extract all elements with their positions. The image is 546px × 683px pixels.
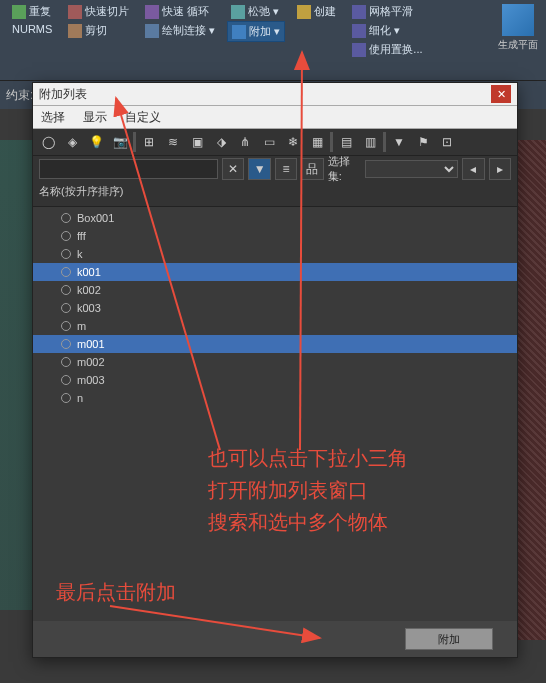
- filter-hidden-icon[interactable]: ▦: [306, 131, 328, 153]
- attach-list-dialog: 附加列表 ✕ 选择 显示 自定义 ◯ ◈ 💡 📷 ⊞ ≋ ▣ ⬗ ⋔ ▭ ❄ ▦…: [32, 82, 518, 658]
- item-name: m001: [77, 338, 105, 350]
- list-item[interactable]: n: [33, 389, 517, 407]
- separator: [330, 132, 333, 152]
- selection-set-dropdown[interactable]: [365, 160, 458, 178]
- list-item[interactable]: k: [33, 245, 517, 263]
- search-filter-button[interactable]: ▼: [248, 158, 270, 180]
- dialog-toolbar: ◯ ◈ 💡 📷 ⊞ ≋ ▣ ⬗ ⋔ ▭ ❄ ▦ ▤ ▥ ▼ ⚑ ⊡: [33, 129, 517, 156]
- filter-frozen-icon[interactable]: ❄: [282, 131, 304, 153]
- selection-next-button[interactable]: ▸: [489, 158, 511, 180]
- separator: [383, 132, 386, 152]
- item-name: k002: [77, 284, 101, 296]
- dialog-title: 附加列表: [39, 86, 87, 103]
- radio-icon: [61, 213, 71, 223]
- filter-space-icon[interactable]: ≋: [162, 131, 184, 153]
- radio-icon: [61, 267, 71, 277]
- expand-icon[interactable]: ⊡: [436, 131, 458, 153]
- radio-icon: [61, 339, 71, 349]
- radio-icon: [61, 393, 71, 403]
- quick-loop-button[interactable]: 快速 循环: [141, 2, 219, 21]
- constraint-label: 约束:: [6, 87, 33, 104]
- search-input[interactable]: [39, 159, 218, 179]
- close-button[interactable]: ✕: [491, 85, 511, 103]
- list-item[interactable]: Box001: [33, 209, 517, 227]
- item-name: m003: [77, 374, 105, 386]
- funnel-icon[interactable]: ▼: [388, 131, 410, 153]
- menu-display[interactable]: 显示: [83, 109, 107, 126]
- mesh-smooth-button[interactable]: 网格平滑: [348, 2, 426, 21]
- attach-button[interactable]: 附加: [405, 628, 493, 650]
- create-button[interactable]: 创建: [293, 2, 340, 21]
- search-row: ✕ ▼ ≡ 品 选择集: ◂ ▸: [33, 156, 517, 182]
- gen-plane-label: 生成平面: [498, 38, 538, 52]
- layer-icon[interactable]: ≡: [275, 158, 297, 180]
- quick-slice-button[interactable]: 快速切片: [64, 2, 133, 21]
- reset-button[interactable]: 重复: [8, 2, 56, 21]
- cut-button[interactable]: 剪切: [64, 21, 133, 40]
- item-name: n: [77, 392, 83, 404]
- settings-icon[interactable]: ⚑: [412, 131, 434, 153]
- item-name: fff: [77, 230, 86, 242]
- attach-dropdown-button[interactable]: 附加 ▾: [227, 21, 285, 42]
- item-name: Box001: [77, 212, 114, 224]
- list-item[interactable]: m002: [33, 353, 517, 371]
- radio-icon: [61, 321, 71, 331]
- display-list-icon[interactable]: ▤: [335, 131, 357, 153]
- item-name: m002: [77, 356, 105, 368]
- filter-geometry-icon[interactable]: ◈: [61, 131, 83, 153]
- relax-button[interactable]: 松弛 ▾: [227, 2, 285, 21]
- selection-prev-button[interactable]: ◂: [462, 158, 484, 180]
- menu-select[interactable]: 选择: [41, 109, 65, 126]
- ribbon: 重复 NURMS 快速切片 剪切 快速 循环 绘制连接 ▾ 松弛 ▾ 附加 ▾ …: [0, 0, 546, 81]
- display-tree-icon[interactable]: ▥: [359, 131, 381, 153]
- list-item[interactable]: m003: [33, 371, 517, 389]
- item-name: k: [77, 248, 83, 260]
- list-item[interactable]: fff: [33, 227, 517, 245]
- gen-plane-icon[interactable]: [502, 4, 534, 36]
- clear-search-button[interactable]: ✕: [222, 158, 244, 180]
- filter-camera-icon[interactable]: 📷: [109, 131, 131, 153]
- list-item[interactable]: k003: [33, 299, 517, 317]
- list-item[interactable]: k002: [33, 281, 517, 299]
- radio-icon: [61, 249, 71, 259]
- menu-custom[interactable]: 自定义: [125, 109, 161, 126]
- object-list[interactable]: Box001fffkk001k002k003mm001m002m003n: [33, 207, 517, 621]
- list-item[interactable]: k001: [33, 263, 517, 281]
- refine-button[interactable]: 细化 ▾: [348, 21, 426, 40]
- radio-icon: [61, 231, 71, 241]
- selection-set-label: 选择集:: [328, 154, 361, 184]
- radio-icon: [61, 375, 71, 385]
- item-name: k001: [77, 266, 101, 278]
- filter-container-icon[interactable]: ▭: [258, 131, 280, 153]
- list-item[interactable]: m001: [33, 335, 517, 353]
- list-header[interactable]: 名称(按升序排序): [33, 182, 517, 207]
- filter-light-icon[interactable]: 💡: [85, 131, 107, 153]
- filter-bone-icon[interactable]: ⋔: [234, 131, 256, 153]
- radio-icon: [61, 285, 71, 295]
- filter-group-icon[interactable]: ▣: [186, 131, 208, 153]
- list-item[interactable]: m: [33, 317, 517, 335]
- dialog-titlebar: 附加列表 ✕: [33, 83, 517, 106]
- filter-xref-icon[interactable]: ⬗: [210, 131, 232, 153]
- nurms-button[interactable]: NURMS: [8, 21, 56, 37]
- filter-all-icon[interactable]: ◯: [37, 131, 59, 153]
- item-name: m: [77, 320, 86, 332]
- radio-icon: [61, 303, 71, 313]
- use-swap-button[interactable]: 使用置换...: [348, 40, 426, 59]
- radio-icon: [61, 357, 71, 367]
- filter-helper-icon[interactable]: ⊞: [138, 131, 160, 153]
- hierarchy-icon[interactable]: 品: [301, 158, 323, 180]
- item-name: k003: [77, 302, 101, 314]
- dialog-footer: 附加: [33, 621, 517, 657]
- draw-connect-button[interactable]: 绘制连接 ▾: [141, 21, 219, 40]
- dialog-menubar: 选择 显示 自定义: [33, 106, 517, 129]
- separator: [133, 132, 136, 152]
